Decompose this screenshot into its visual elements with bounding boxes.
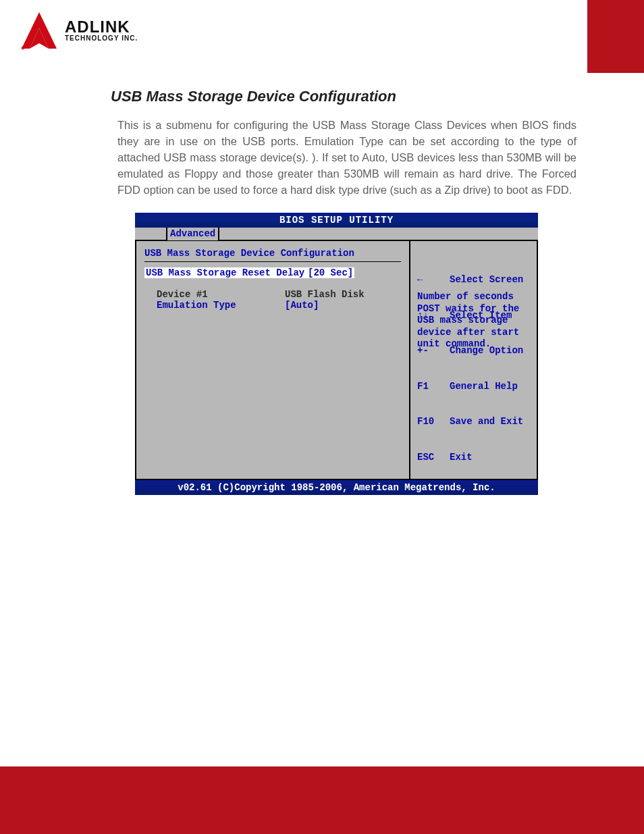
section-body-text: This is a submenu for configuring the US… [111,118,576,199]
bios-help-panel: Number of seconds POST waits for the USB… [410,241,537,479]
bios-tab-row: Advanced [135,228,538,241]
bios-tab-advanced[interactable]: Advanced [166,228,219,240]
device-value: USB Flash Disk [285,289,365,300]
bios-row-emulation-type[interactable]: Emulation Type [Auto] [144,300,401,311]
bios-row-device: Device #1 USB Flash Disk [144,289,401,300]
bios-menu-heading: USB Mass Storage Device Configuration [144,248,401,259]
bios-title-bar: BIOS SETUP UTILITY [135,213,538,228]
bios-row-reset-delay[interactable]: USB Mass Storage Reset Delay [20 Sec] [144,267,401,278]
bios-key-legend: ←Select Screen ↑↓Select Item +-Change Op… [417,251,523,487]
emulation-type-label: Emulation Type [144,300,285,311]
reset-delay-label: USB Mass Storage Reset Delay [144,267,306,278]
reset-delay-value: [20 Sec] [306,267,354,278]
bios-setup-screenshot: BIOS SETUP UTILITY Advanced USB Mass Sto… [135,213,538,495]
brand-logo: R ADLINK TECHNOLOGY INC. [19,11,138,50]
adlink-triangle-icon: R [19,11,59,50]
key-row: F10Save and Exit [417,416,523,428]
key-row: ESCExit [417,452,523,464]
content-block: USB Mass Storage Device Configuration Th… [111,88,576,199]
header-accent-band [587,0,644,73]
brand-subtitle: TECHNOLOGY INC. [65,35,138,42]
key-row: F1General Help [417,381,523,393]
device-label: Device #1 [144,289,285,300]
bios-main-panel: USB Mass Storage Device Configuration US… [136,241,410,479]
brand-name: ADLINK [65,19,138,35]
key-row: ←Select Screen [417,274,523,286]
key-row: +-Change Option [417,345,523,357]
section-title: USB Mass Storage Device Configuration [111,88,576,105]
emulation-type-value: [Auto] [285,300,319,311]
key-row: ↑↓Select Item [417,310,523,322]
divider [144,261,401,262]
page-footer-band [0,766,644,834]
